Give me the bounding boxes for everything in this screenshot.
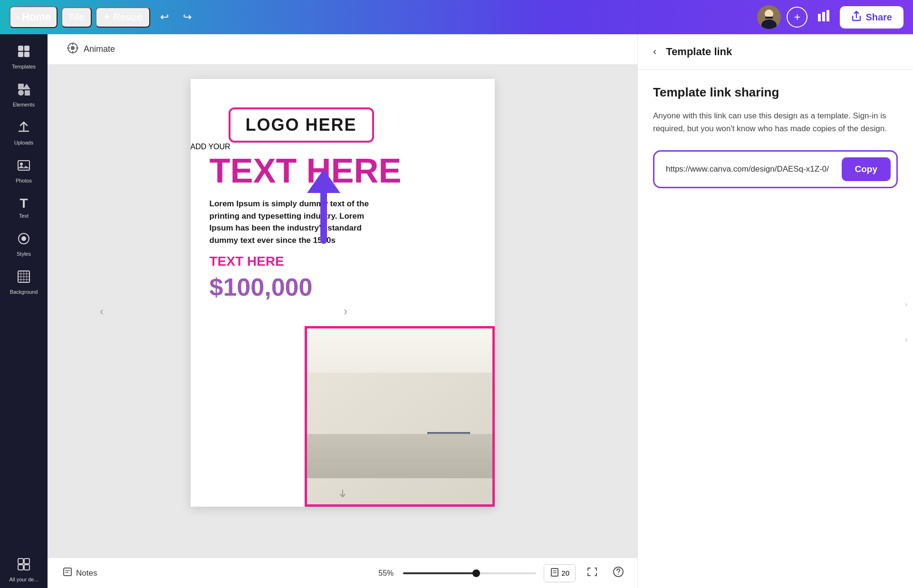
redo-button[interactable]: ↪ (177, 7, 198, 28)
page-number-button[interactable]: 20 (544, 564, 576, 582)
text-icon: T (19, 197, 28, 210)
photos-label: Photos (16, 178, 32, 183)
analytics-button[interactable] (813, 7, 834, 28)
text-label: Text (19, 213, 29, 219)
nav-resize-button[interactable]: ✦ Resize (96, 7, 150, 28)
elements-icon (17, 83, 30, 99)
zoom-fill (403, 572, 476, 574)
sidebar: Templates Elements Uploads (0, 34, 48, 588)
notes-button[interactable]: Notes (57, 563, 103, 583)
arrow-annotation (300, 169, 347, 247)
templates-label: Templates (12, 64, 36, 69)
fullscreen-icon (587, 568, 597, 579)
svg-rect-12 (18, 84, 24, 89)
photos-icon (17, 159, 30, 175)
logo-box[interactable]: LOGO HERE (229, 107, 374, 143)
chevron-left-icon: ‹ (16, 12, 19, 22)
help-button[interactable] (609, 562, 628, 584)
add-button[interactable]: + (787, 7, 807, 28)
canvas-content: ‹ LOGO HERE ADD YOUR TEXT HERE Lorem Ips… (48, 65, 637, 558)
logo-text: LOGO HERE (246, 115, 357, 135)
panel-scroll-down-arrow[interactable]: › (905, 300, 907, 308)
share-label: Share (865, 12, 892, 23)
svg-rect-28 (24, 559, 29, 564)
navbar: ‹ Home File ✦ Resize ↩ ↪ (0, 0, 913, 34)
share-icon (851, 11, 862, 24)
fullscreen-button[interactable] (583, 563, 601, 584)
svg-rect-6 (822, 12, 825, 21)
svg-marker-34 (307, 169, 340, 193)
add-your-text: ADD YOUR (191, 143, 495, 151)
svg-point-32 (71, 46, 75, 50)
text-here-small: TEXT HERE (210, 254, 495, 269)
svg-rect-11 (24, 52, 29, 57)
canvas-prev-button[interactable]: ‹ (100, 305, 104, 318)
sidebar-item-styles[interactable]: Styles (0, 226, 48, 262)
url-input[interactable] (660, 161, 842, 178)
home-label: Home (22, 11, 51, 23)
bottom-bar: Notes 55% 20 (48, 558, 637, 588)
svg-rect-9 (24, 46, 29, 51)
panel-content: Template link sharing Anyone with this l… (638, 70, 913, 200)
canvas-next-button[interactable]: › (344, 305, 347, 318)
navbar-right: + Share (757, 5, 903, 29)
sidebar-item-templates[interactable]: Templates (0, 39, 48, 75)
sidebar-item-background[interactable]: Background (0, 264, 48, 300)
animate-label: Animate (84, 44, 115, 54)
svg-rect-27 (18, 559, 23, 564)
svg-rect-16 (18, 161, 29, 170)
svg-rect-38 (551, 569, 558, 576)
uploads-icon (17, 121, 30, 137)
svg-rect-5 (818, 14, 821, 21)
avatar-image (757, 5, 781, 29)
logo-area: LOGO HERE (191, 79, 495, 143)
svg-marker-13 (23, 84, 30, 89)
back-icon: ‹ (653, 46, 656, 58)
redo-icon: ↪ (183, 11, 192, 23)
resize-icon: ✦ (103, 12, 110, 22)
copy-button[interactable]: Copy (842, 157, 891, 181)
chart-icon (817, 9, 830, 25)
main-layout: Templates Elements Uploads (0, 34, 913, 588)
templates-icon (17, 45, 30, 61)
file-label: File (69, 12, 84, 22)
copy-label: Copy (855, 164, 878, 174)
photo-floor (307, 434, 492, 478)
resize-label: Resize (113, 12, 142, 23)
zoom-handle[interactable] (472, 569, 480, 577)
background-icon (17, 270, 30, 286)
sidebar-item-uploads[interactable]: Uploads (0, 115, 48, 151)
zoom-percent: 55% (378, 569, 397, 578)
sidebar-item-text[interactable]: T Text (0, 191, 48, 224)
svg-rect-10 (18, 52, 23, 57)
text-here-big: TEXT HERE (210, 151, 495, 190)
styles-label: Styles (17, 251, 31, 257)
svg-point-14 (18, 90, 24, 96)
svg-rect-7 (827, 10, 829, 21)
undo-button[interactable]: ↩ (154, 7, 175, 28)
undo-icon: ↩ (160, 11, 169, 23)
sidebar-item-photos[interactable]: Photos (0, 153, 48, 189)
share-button[interactable]: Share (840, 6, 903, 29)
sidebar-item-all[interactable]: All your de... (0, 552, 48, 588)
design-canvas: LOGO HERE ADD YOUR TEXT HERE Lorem Ipsum… (191, 79, 495, 507)
uploads-label: Uploads (14, 140, 33, 145)
plus-icon: + (794, 10, 800, 24)
page-number: 20 (561, 569, 569, 577)
animate-button[interactable]: Animate (59, 38, 123, 60)
undo-redo-group: ↩ ↪ (154, 7, 198, 28)
svg-rect-8 (18, 46, 23, 51)
all-designs-icon (17, 558, 30, 574)
nav-file-button[interactable]: File (61, 7, 92, 28)
animate-icon (67, 42, 79, 57)
nav-home-button[interactable]: ‹ Home (10, 6, 58, 28)
avatar[interactable] (757, 5, 781, 29)
zoom-control: 55% (378, 569, 536, 578)
panel-back-button[interactable]: ‹ (649, 44, 660, 60)
zoom-slider[interactable] (403, 572, 536, 574)
panel-scroll-up-arrow[interactable]: › (905, 336, 907, 344)
page-icon (550, 568, 559, 579)
sidebar-item-elements[interactable]: Elements (0, 77, 48, 113)
canvas-area: Animate ‹ LOGO HERE ADD YOUR TEXT HERE L… (48, 34, 637, 588)
panel-header: ‹ Template link (638, 34, 913, 70)
